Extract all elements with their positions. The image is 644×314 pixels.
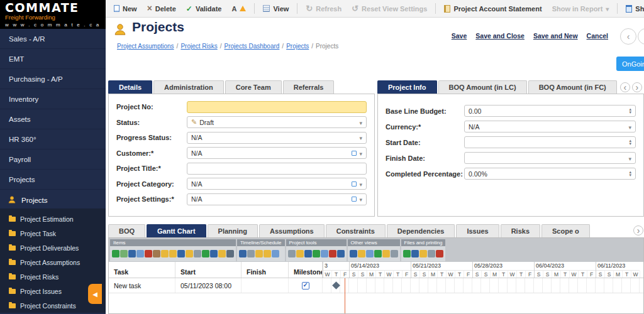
gantt-tool-icon[interactable] — [288, 250, 296, 257]
sidebar-item-emt[interactable]: EMT — [0, 49, 106, 69]
spinner-icon[interactable] — [629, 171, 631, 176]
tab-dependencies[interactable]: Dependencies — [387, 224, 455, 237]
task-start-cell[interactable]: 05/11/2023 08:00 — [175, 278, 242, 293]
gantt-tool-icon[interactable] — [337, 250, 345, 257]
gantt-tool-icon[interactable] — [304, 250, 312, 257]
gantt-tool-icon[interactable] — [358, 250, 365, 257]
gantt-tool-icon[interactable] — [321, 250, 328, 257]
gantt-tool-icon[interactable] — [374, 250, 382, 257]
column-header-finish[interactable]: Finish — [242, 262, 289, 278]
gantt-timeline-cell[interactable] — [323, 278, 643, 293]
tab-core-team[interactable]: Core Team — [225, 80, 282, 94]
gantt-tool-icon[interactable] — [145, 250, 152, 257]
gantt-tool-icon[interactable] — [202, 250, 209, 257]
gantt-tool-icon[interactable] — [194, 250, 201, 257]
delete-button[interactable]: Delete — [143, 3, 180, 14]
gantt-tool-icon[interactable] — [419, 250, 427, 257]
customer-select[interactable]: N/A — [187, 147, 367, 159]
tab-scroll-right-button[interactable] — [632, 82, 642, 92]
tab-issues[interactable]: Issues — [456, 224, 499, 237]
gantt-tool-icon[interactable] — [350, 250, 357, 257]
refresh-button[interactable]: Refresh — [301, 3, 346, 14]
gantt-tool-icon[interactable] — [382, 250, 390, 257]
sidebar-item-project-assumptions[interactable]: Project Assumptions — [0, 255, 106, 269]
project-title-input[interactable] — [187, 163, 367, 175]
logo[interactable]: COMMATE Freight Forwarding w w w . c o m… — [0, 0, 106, 29]
gantt-tool-icon[interactable] — [136, 250, 144, 257]
spinner-icon[interactable] — [629, 108, 631, 114]
gantt-tool-icon[interactable] — [296, 250, 304, 257]
gantt-tool-icon[interactable] — [403, 250, 411, 257]
gantt-tool-icon[interactable] — [428, 250, 435, 257]
gantt-tool-icon[interactable] — [272, 250, 279, 257]
tab-gantt-chart[interactable]: Gantt Chart — [147, 224, 206, 237]
gantt-tool-icon[interactable] — [255, 250, 263, 257]
save-and-new-link[interactable]: Save and New — [533, 32, 578, 40]
tab-boq-amount-lc[interactable]: BOQ Amount (in LC) — [438, 80, 527, 94]
gantt-tool-icon[interactable] — [161, 250, 169, 257]
gantt-tool-icon[interactable] — [329, 250, 336, 257]
tab-boq-amount-fc[interactable]: BOQ Amount (in FC) — [528, 80, 617, 94]
sidebar-item-project-task[interactable]: Project Task — [0, 226, 106, 241]
base-line-budget-input[interactable]: 0.00 — [464, 105, 636, 117]
start-date-input[interactable] — [464, 136, 636, 148]
save-link[interactable]: Save — [452, 32, 467, 40]
tab-planning[interactable]: Planning — [208, 224, 258, 237]
warning-button[interactable] — [227, 3, 250, 14]
cancel-link[interactable]: Cancel — [587, 32, 608, 40]
show-audit-logs-button[interactable]: Show Audit Logs — [621, 3, 644, 14]
breadcrumb-link-project-assumptions[interactable]: Project Assumptions — [117, 43, 174, 50]
gantt-tool-icon[interactable] — [226, 250, 234, 257]
validate-button[interactable]: Validate — [182, 3, 226, 14]
sidebar-item-projects[interactable]: Projects — [0, 170, 106, 190]
gantt-tool-icon[interactable] — [436, 250, 443, 257]
sidebar-item-hr360[interactable]: HR 360° — [0, 129, 106, 149]
milestone-diamond-icon[interactable] — [332, 281, 340, 290]
status-select[interactable]: Draft — [187, 116, 367, 128]
sidebar-item-sales-ar[interactable]: Sales - A/R — [0, 29, 106, 49]
gantt-tool-icon[interactable] — [210, 250, 218, 257]
breadcrumb-link-projects[interactable]: Projects — [286, 43, 309, 50]
sidebar-item-inventory[interactable]: Inventory — [0, 89, 106, 109]
spinner-icon[interactable] — [629, 139, 631, 145]
breadcrumb-link-project-risks[interactable]: Project Risks — [180, 43, 217, 50]
tab-details[interactable]: Details — [108, 80, 152, 94]
gantt-tool-icon[interactable] — [177, 250, 185, 257]
tab-project-info[interactable]: Project Info — [377, 80, 437, 94]
tab-assumptions[interactable]: Assumptions — [259, 224, 325, 237]
gantt-tool-icon[interactable] — [112, 250, 119, 257]
gantt-tool-icon[interactable] — [186, 250, 193, 257]
milestone-checkbox[interactable] — [302, 282, 309, 290]
column-header-milestone[interactable]: Milestone — [289, 262, 323, 278]
status-ongoing-button[interactable]: OnGoing — [616, 57, 644, 71]
open-record-icon[interactable] — [352, 151, 357, 156]
previous-record-button[interactable] — [620, 28, 636, 45]
tab-boq[interactable]: BOQ — [108, 224, 145, 237]
sidebar-collapse-button[interactable] — [88, 284, 102, 304]
new-button[interactable]: New — [109, 3, 142, 14]
sidebar-item-purchasing-ap[interactable]: Purchasing - A/P — [0, 69, 106, 89]
gantt-tool-icon[interactable] — [264, 250, 271, 257]
finish-date-input[interactable] — [464, 152, 636, 164]
tab-scope-of-work[interactable]: Scope o — [541, 224, 590, 237]
tab-scroll-left-button[interactable] — [620, 82, 630, 92]
project-category-select[interactable]: N/A — [187, 178, 367, 190]
gantt-tool-icon[interactable] — [366, 250, 374, 257]
tab-constraints[interactable]: Constraints — [326, 224, 386, 237]
gantt-tool-icon[interactable] — [169, 250, 177, 257]
sidebar-section-projects[interactable]: Projects — [0, 192, 106, 208]
sidebar-item-project-deliverables[interactable]: Project Deliverables — [0, 241, 106, 255]
sidebar-item-project-estimation[interactable]: Project Estimation — [0, 212, 106, 226]
next-record-button[interactable] — [638, 28, 644, 45]
tab-referrals[interactable]: Referrals — [283, 80, 335, 94]
project-account-statement-button[interactable]: Project Account Statement — [440, 3, 546, 14]
project-no-input[interactable] — [187, 101, 367, 113]
reset-view-settings-button[interactable]: Reset View Settings — [347, 3, 431, 14]
gantt-tool-icon[interactable] — [411, 250, 419, 257]
gantt-tool-icon[interactable] — [391, 250, 398, 257]
gantt-tool-icon[interactable] — [120, 250, 128, 257]
tab-administration[interactable]: Administration — [153, 80, 224, 94]
gantt-tool-icon[interactable] — [247, 250, 255, 257]
tab-risks[interactable]: Risks — [501, 224, 540, 237]
project-settings-select[interactable]: N/A — [187, 193, 367, 205]
